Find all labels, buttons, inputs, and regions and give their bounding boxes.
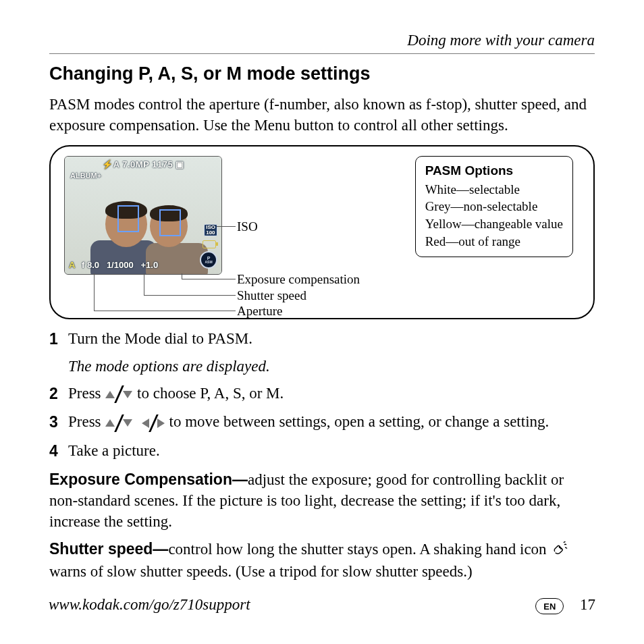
- step-3-text: Press to move between settings, open a s…: [68, 410, 595, 434]
- definition-shutter-speed: Shutter speed—control how long the shutt…: [49, 539, 595, 582]
- definition-exposure-compensation: Exposure Compensation—adjust the exposur…: [49, 469, 595, 532]
- ec-term: Exposure Compensation—: [49, 471, 248, 488]
- down-arrow-icon: [123, 391, 132, 398]
- down-arrow-icon: [123, 419, 132, 427]
- leader-line: [94, 311, 236, 311]
- section-title: Changing P, A, S, or M mode settings: [49, 63, 595, 84]
- pasm-grey: Grey—non-selectable: [425, 198, 563, 215]
- pasm-options-box: PASM Options White—selectable Grey—non-s…: [415, 156, 573, 257]
- language-badge: EN: [535, 598, 564, 614]
- ss-body-a: control how long the shutter stays open.…: [168, 541, 550, 558]
- leader-line: [144, 295, 236, 296]
- callout-shutter-speed: Shutter speed: [237, 288, 306, 303]
- lcd-top-line: ⚡A 7.0MP 1175 ▣: [65, 159, 221, 169]
- leader-line: [182, 279, 236, 279]
- step-2: 2 Press to choose P, A, S, or M.: [49, 382, 595, 406]
- leader-line: [94, 273, 95, 311]
- slash-icon: [115, 387, 122, 402]
- pasm-red: Red—out of range: [425, 233, 563, 250]
- slash-icon: [115, 416, 122, 431]
- callout-exposure-compensation: Exposure compensation: [237, 272, 360, 287]
- lcd-mode-letter: A: [69, 260, 75, 270]
- callout-iso: ISO: [237, 219, 258, 234]
- slash-icon: [150, 416, 157, 431]
- camera-lcd: ⚡A 7.0MP 1175 ▣ ALBUM+ ISO100 PASM A f 8…: [64, 156, 222, 275]
- step-2-text: Press to choose P, A, S, or M.: [68, 382, 595, 406]
- pasm-yellow: Yellow—changeable value: [425, 215, 563, 233]
- step-1: 1Turn the Mode dial to PASM.: [49, 327, 595, 351]
- callout-aperture: Aperture: [237, 304, 283, 319]
- figure-box: ⚡A 7.0MP 1175 ▣ ALBUM+ ISO100 PASM A f 8…: [49, 145, 595, 319]
- step-3-pre: Press: [68, 413, 105, 430]
- asm-bottom: ASM: [205, 261, 212, 264]
- step-2-post: to choose P, A, S, or M.: [137, 385, 284, 402]
- steps-list: 1Turn the Mode dial to PASM.: [49, 327, 595, 351]
- leader-line: [182, 273, 182, 279]
- lcd-iso-badge: ISO100: [204, 224, 217, 236]
- lcd-shutter: 1/1000: [107, 260, 134, 270]
- lcd-iso-value: 100: [206, 230, 215, 236]
- leader-line: [217, 226, 236, 227]
- step-2-pre: Press: [68, 385, 105, 402]
- pasm-white: White—selectable: [425, 181, 563, 198]
- running-head: Doing more with your camera: [49, 32, 595, 49]
- header-rule: [49, 53, 595, 54]
- lcd-bottom-line: A f 8.0 1/1000 +1.0: [69, 260, 158, 270]
- step-3: 3 Press to move between settings, open a…: [49, 410, 595, 434]
- pasm-options-title: PASM Options: [425, 162, 563, 180]
- intro-paragraph: PASM modes control the aperture (f-numbe…: [49, 94, 595, 136]
- right-arrow-icon: [157, 419, 165, 428]
- leader-line: [144, 273, 144, 295]
- asm-dial-icon: PASM: [200, 251, 217, 269]
- step-4: 4Take a picture.: [49, 439, 595, 463]
- page-number: 17: [580, 596, 595, 613]
- footer-url: www.kodak.com/go/z710support: [49, 596, 250, 614]
- ss-body-b: warns of slow shutter speeds. (Use a tri…: [49, 563, 473, 580]
- step-4-text: Take a picture.: [68, 439, 595, 463]
- shaking-hand-icon: [550, 540, 569, 561]
- step-1-text: Turn the Mode dial to PASM.: [68, 327, 595, 351]
- step-3-post: to move between settings, open a setting…: [169, 413, 549, 430]
- battery-icon: [203, 240, 216, 248]
- steps-list-cont: 2 Press to choose P, A, S, or M. 3 Press…: [49, 382, 595, 463]
- left-arrow-icon: [142, 419, 149, 428]
- lcd-aperture: f 8.0: [82, 260, 99, 270]
- lcd-ev: +1.0: [140, 260, 158, 270]
- lcd-album-label: ALBUM+: [70, 171, 101, 180]
- up-arrow-icon: [105, 419, 115, 427]
- step-1-sub: The mode options are displayed.: [68, 358, 595, 375]
- ss-term: Shutter speed—: [49, 540, 168, 558]
- up-arrow-icon: [105, 391, 115, 398]
- page-footer: www.kodak.com/go/z710support EN 17: [49, 596, 595, 615]
